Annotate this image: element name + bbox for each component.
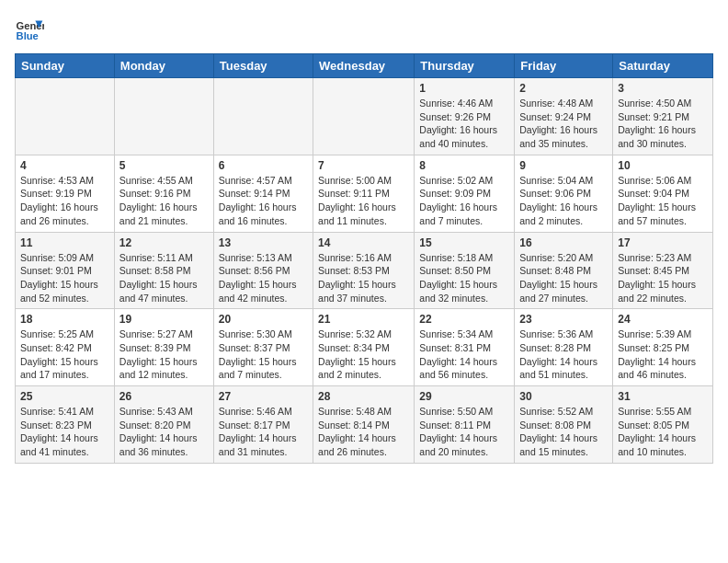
day-info: Sunrise: 5:43 AM Sunset: 8:20 PM Dayligh… — [119, 405, 209, 459]
day-number: 27 — [219, 390, 308, 403]
day-info: Sunrise: 4:50 AM Sunset: 9:21 PM Dayligh… — [618, 97, 708, 151]
logo: General Blue — [15, 15, 44, 44]
day-info: Sunrise: 5:27 AM Sunset: 8:39 PM Dayligh… — [119, 327, 209, 382]
day-number: 22 — [419, 313, 509, 326]
day-info: Sunrise: 5:06 AM Sunset: 9:04 PM Dayligh… — [618, 174, 708, 228]
day-info: Sunrise: 5:34 AM Sunset: 8:31 PM Dayligh… — [419, 327, 509, 382]
day-number: 19 — [119, 313, 209, 326]
calendar-cell: 21Sunrise: 5:32 AM Sunset: 8:34 PM Dayli… — [313, 309, 415, 386]
day-info: Sunrise: 4:48 AM Sunset: 9:24 PM Dayligh… — [519, 97, 608, 151]
day-number: 28 — [318, 390, 409, 403]
day-info: Sunrise: 4:57 AM Sunset: 9:14 PM Dayligh… — [219, 174, 308, 228]
day-info: Sunrise: 5:11 AM Sunset: 8:58 PM Dayligh… — [119, 251, 209, 305]
day-number: 7 — [318, 159, 409, 172]
calendar-cell: 1Sunrise: 4:46 AM Sunset: 9:26 PM Daylig… — [415, 78, 515, 155]
calendar-cell: 20Sunrise: 5:30 AM Sunset: 8:37 PM Dayli… — [213, 309, 313, 386]
day-number: 17 — [618, 236, 708, 249]
calendar-cell: 19Sunrise: 5:27 AM Sunset: 8:39 PM Dayli… — [114, 309, 213, 386]
day-info: Sunrise: 5:39 AM Sunset: 8:25 PM Dayligh… — [618, 327, 708, 382]
calendar-table: SundayMondayTuesdayWednesdayThursdayFrid… — [15, 53, 713, 464]
day-info: Sunrise: 4:46 AM Sunset: 9:26 PM Dayligh… — [419, 97, 509, 151]
calendar-cell: 29Sunrise: 5:50 AM Sunset: 8:11 PM Dayli… — [415, 386, 515, 464]
calendar-cell: 3Sunrise: 4:50 AM Sunset: 9:21 PM Daylig… — [613, 78, 713, 155]
day-info: Sunrise: 5:18 AM Sunset: 8:50 PM Dayligh… — [419, 251, 509, 305]
col-header-monday: Monday — [114, 54, 213, 78]
day-info: Sunrise: 5:50 AM Sunset: 8:11 PM Dayligh… — [419, 405, 509, 459]
day-number: 6 — [219, 159, 308, 172]
calendar-cell: 18Sunrise: 5:25 AM Sunset: 8:42 PM Dayli… — [16, 309, 115, 386]
day-info: Sunrise: 5:48 AM Sunset: 8:14 PM Dayligh… — [318, 405, 409, 459]
day-number: 5 — [119, 159, 209, 172]
day-number: 13 — [219, 236, 308, 249]
calendar-cell: 5Sunrise: 4:55 AM Sunset: 9:16 PM Daylig… — [114, 155, 213, 232]
day-info: Sunrise: 5:52 AM Sunset: 8:08 PM Dayligh… — [519, 405, 608, 459]
calendar-cell: 17Sunrise: 5:23 AM Sunset: 8:45 PM Dayli… — [613, 232, 713, 309]
col-header-tuesday: Tuesday — [213, 54, 313, 78]
calendar-cell: 30Sunrise: 5:52 AM Sunset: 8:08 PM Dayli… — [515, 386, 613, 464]
calendar-cell: 27Sunrise: 5:46 AM Sunset: 8:17 PM Dayli… — [213, 386, 313, 464]
day-number: 30 — [519, 390, 608, 403]
calendar-cell: 24Sunrise: 5:39 AM Sunset: 8:25 PM Dayli… — [613, 309, 713, 386]
calendar-week-5: 25Sunrise: 5:41 AM Sunset: 8:23 PM Dayli… — [16, 386, 713, 464]
day-info: Sunrise: 5:00 AM Sunset: 9:11 PM Dayligh… — [318, 174, 409, 228]
day-info: Sunrise: 5:36 AM Sunset: 8:28 PM Dayligh… — [519, 327, 608, 382]
day-number: 25 — [20, 390, 109, 403]
calendar-cell: 23Sunrise: 5:36 AM Sunset: 8:28 PM Dayli… — [515, 309, 613, 386]
day-number: 16 — [519, 236, 608, 249]
day-info: Sunrise: 5:25 AM Sunset: 8:42 PM Dayligh… — [20, 327, 109, 382]
day-info: Sunrise: 5:09 AM Sunset: 9:01 PM Dayligh… — [20, 251, 109, 305]
day-info: Sunrise: 5:41 AM Sunset: 8:23 PM Dayligh… — [20, 405, 109, 459]
day-number: 4 — [20, 159, 109, 172]
calendar-cell: 11Sunrise: 5:09 AM Sunset: 9:01 PM Dayli… — [16, 232, 115, 309]
calendar-cell: 15Sunrise: 5:18 AM Sunset: 8:50 PM Dayli… — [415, 232, 515, 309]
col-header-saturday: Saturday — [613, 54, 713, 78]
day-number: 23 — [519, 313, 608, 326]
day-number: 1 — [419, 82, 509, 95]
calendar-week-2: 4Sunrise: 4:53 AM Sunset: 9:19 PM Daylig… — [16, 155, 713, 232]
calendar-week-4: 18Sunrise: 5:25 AM Sunset: 8:42 PM Dayli… — [16, 309, 713, 386]
day-info: Sunrise: 5:04 AM Sunset: 9:06 PM Dayligh… — [519, 174, 608, 228]
col-header-thursday: Thursday — [415, 54, 515, 78]
day-info: Sunrise: 5:23 AM Sunset: 8:45 PM Dayligh… — [618, 251, 708, 305]
calendar-cell — [114, 78, 213, 155]
day-number: 12 — [119, 236, 209, 249]
day-info: Sunrise: 5:32 AM Sunset: 8:34 PM Dayligh… — [318, 327, 409, 382]
calendar-header: SundayMondayTuesdayWednesdayThursdayFrid… — [16, 54, 713, 78]
svg-text:Blue: Blue — [17, 30, 39, 41]
day-number: 9 — [519, 159, 608, 172]
day-number: 29 — [419, 390, 509, 403]
calendar-cell — [213, 78, 313, 155]
day-number: 10 — [618, 159, 708, 172]
day-number: 2 — [519, 82, 608, 95]
day-info: Sunrise: 5:46 AM Sunset: 8:17 PM Dayligh… — [219, 405, 308, 459]
day-info: Sunrise: 4:55 AM Sunset: 9:16 PM Dayligh… — [119, 174, 209, 228]
calendar-cell — [16, 78, 115, 155]
calendar-cell: 7Sunrise: 5:00 AM Sunset: 9:11 PM Daylig… — [313, 155, 415, 232]
calendar-cell: 13Sunrise: 5:13 AM Sunset: 8:56 PM Dayli… — [213, 232, 313, 309]
calendar-cell: 22Sunrise: 5:34 AM Sunset: 8:31 PM Dayli… — [415, 309, 515, 386]
calendar-cell: 4Sunrise: 4:53 AM Sunset: 9:19 PM Daylig… — [16, 155, 115, 232]
col-header-wednesday: Wednesday — [313, 54, 415, 78]
day-number: 18 — [20, 313, 109, 326]
day-number: 3 — [618, 82, 708, 95]
calendar-cell — [313, 78, 415, 155]
page-header: General Blue — [15, 15, 713, 44]
day-number: 20 — [219, 313, 308, 326]
day-number: 24 — [618, 313, 708, 326]
day-info: Sunrise: 5:55 AM Sunset: 8:05 PM Dayligh… — [618, 405, 708, 459]
calendar-week-3: 11Sunrise: 5:09 AM Sunset: 9:01 PM Dayli… — [16, 232, 713, 309]
day-number: 8 — [419, 159, 509, 172]
calendar-cell: 12Sunrise: 5:11 AM Sunset: 8:58 PM Dayli… — [114, 232, 213, 309]
calendar-cell: 10Sunrise: 5:06 AM Sunset: 9:04 PM Dayli… — [613, 155, 713, 232]
day-info: Sunrise: 4:53 AM Sunset: 9:19 PM Dayligh… — [20, 174, 109, 228]
calendar-week-1: 1Sunrise: 4:46 AM Sunset: 9:26 PM Daylig… — [16, 78, 713, 155]
calendar-cell: 14Sunrise: 5:16 AM Sunset: 8:53 PM Dayli… — [313, 232, 415, 309]
calendar-cell: 8Sunrise: 5:02 AM Sunset: 9:09 PM Daylig… — [415, 155, 515, 232]
day-number: 26 — [119, 390, 209, 403]
calendar-cell: 31Sunrise: 5:55 AM Sunset: 8:05 PM Dayli… — [613, 386, 713, 464]
day-number: 15 — [419, 236, 509, 249]
calendar-cell: 16Sunrise: 5:20 AM Sunset: 8:48 PM Dayli… — [515, 232, 613, 309]
col-header-sunday: Sunday — [16, 54, 115, 78]
calendar-cell: 28Sunrise: 5:48 AM Sunset: 8:14 PM Dayli… — [313, 386, 415, 464]
day-number: 14 — [318, 236, 409, 249]
